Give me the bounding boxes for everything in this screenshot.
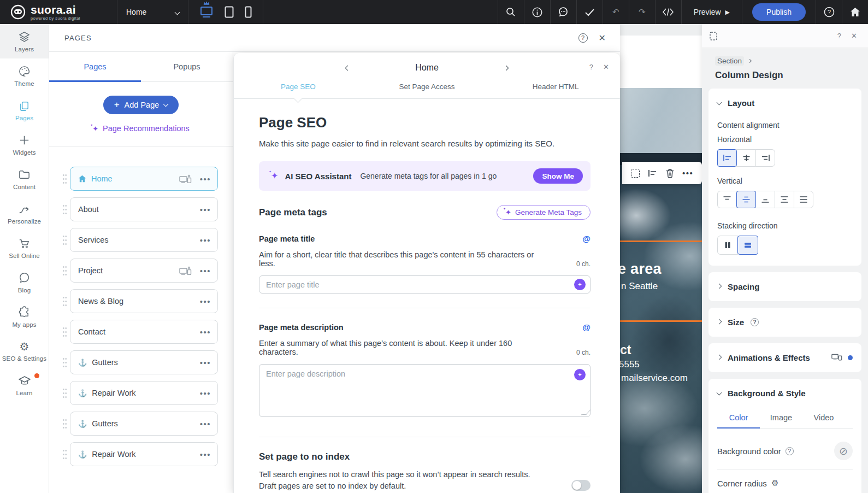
align-center-horizontal-button[interactable]: [736, 149, 756, 167]
sidebar-item-sell-online[interactable]: Sell Online: [0, 231, 49, 265]
page-selector-dropdown[interactable]: Home: [117, 0, 188, 24]
page-card-home[interactable]: Home •••: [70, 167, 218, 191]
stack-columns-button[interactable]: [717, 236, 738, 255]
stretch-button[interactable]: [794, 191, 813, 208]
page-card-project[interactable]: Project •••: [70, 259, 218, 283]
stack-rows-button[interactable]: [737, 236, 758, 255]
selection-icon[interactable]: [631, 169, 640, 178]
sidebar-item-pages[interactable]: Pages: [0, 93, 49, 127]
sidebar-item-personalize[interactable]: Personalize: [0, 196, 49, 231]
tablet-icon[interactable]: [225, 6, 234, 18]
desktop-icon[interactable]: [199, 6, 214, 18]
page-recommendations-link[interactable]: ✦ Page Recommendations: [92, 124, 190, 133]
tab-image[interactable]: Image: [760, 408, 802, 428]
page-menu-icon[interactable]: •••: [197, 327, 211, 337]
drag-handle[interactable]: [62, 265, 67, 276]
page-card-gutters-2[interactable]: ⚓ Gutters •••: [70, 412, 218, 436]
preview-button[interactable]: Preview ▶: [681, 0, 742, 24]
page-card-gutters[interactable]: ⚓ Gutters •••: [70, 350, 218, 374]
more-icon[interactable]: •••: [682, 168, 693, 178]
layout-section-header[interactable]: Layout: [717, 96, 853, 110]
drag-handle[interactable]: [62, 357, 67, 368]
tab-set-page-access[interactable]: Set Page Access: [363, 83, 492, 98]
page-menu-icon[interactable]: •••: [197, 297, 211, 306]
mobile-icon[interactable]: [245, 6, 252, 18]
code-icon[interactable]: [655, 0, 681, 24]
no-index-toggle[interactable]: [571, 480, 591, 491]
page-menu-icon[interactable]: •••: [197, 450, 211, 459]
sidebar-item-layers[interactable]: Layers: [0, 24, 49, 58]
drag-handle[interactable]: [62, 296, 67, 307]
animations-section-header[interactable]: Animations & Effects: [717, 351, 853, 365]
align-bottom-button[interactable]: [755, 191, 775, 208]
add-page-button[interactable]: + Add Page: [103, 96, 179, 114]
page-menu-icon[interactable]: •••: [197, 174, 211, 184]
page-menu-icon[interactable]: •••: [197, 205, 211, 214]
page-menu-icon[interactable]: •••: [197, 236, 211, 245]
spacing-section-header[interactable]: Spacing: [717, 280, 853, 294]
meta-title-input[interactable]: [259, 275, 591, 294]
connect-data-icon[interactable]: @: [582, 322, 591, 332]
align-top-button[interactable]: [717, 191, 737, 208]
redo-icon[interactable]: ↷: [629, 0, 655, 24]
publish-button[interactable]: Publish: [752, 3, 806, 21]
size-help-icon[interactable]: ?: [751, 318, 759, 326]
show-me-button[interactable]: Show Me: [533, 168, 583, 184]
sidebar-item-content[interactable]: Content: [0, 162, 49, 196]
drag-handle[interactable]: [62, 234, 67, 245]
page-card-repair-work[interactable]: ⚓ Repair Work •••: [70, 381, 218, 405]
next-page-icon[interactable]: [503, 65, 509, 71]
corner-radius-gear-icon[interactable]: ⚙: [771, 478, 778, 488]
size-section-header[interactable]: Size ?: [717, 315, 853, 329]
page-menu-icon[interactable]: •••: [197, 358, 211, 367]
page-card-repair-work-2[interactable]: ⚓ Repair Work •••: [70, 442, 218, 466]
sidebar-item-blog[interactable]: Blog: [0, 265, 49, 300]
background-section-header[interactable]: Background & Style: [717, 386, 853, 400]
tab-video[interactable]: Video: [802, 408, 845, 428]
page-card-about[interactable]: About •••: [70, 197, 218, 221]
modal-close-icon[interactable]: ✕: [603, 63, 609, 71]
page-card-services[interactable]: Services •••: [70, 228, 218, 252]
search-icon[interactable]: [498, 0, 524, 24]
panel-close-icon[interactable]: ✕: [599, 33, 606, 43]
tab-color[interactable]: Color: [717, 408, 760, 428]
page-menu-icon[interactable]: •••: [197, 389, 211, 398]
tab-header-html[interactable]: Header HTML: [491, 83, 620, 98]
space-between-button[interactable]: [775, 191, 794, 208]
page-menu-icon[interactable]: •••: [197, 419, 211, 429]
device-view-icon[interactable]: [710, 32, 717, 40]
prev-page-icon[interactable]: [345, 65, 351, 71]
page-card-news-blog[interactable]: News & Blog •••: [70, 289, 218, 313]
ai-generate-icon[interactable]: ✦: [574, 279, 586, 290]
background-color-help-icon[interactable]: ?: [786, 447, 794, 455]
panel-help-icon[interactable]: ?: [578, 33, 588, 43]
meta-description-textarea[interactable]: [259, 364, 591, 417]
page-card-contact[interactable]: Contact •••: [70, 320, 218, 344]
no-color-swatch[interactable]: ⊘: [834, 442, 853, 460]
breadcrumb[interactable]: Section: [715, 56, 751, 66]
align-left-button[interactable]: [717, 149, 737, 167]
tab-pages[interactable]: Pages: [49, 52, 141, 81]
comments-icon[interactable]: [550, 0, 576, 24]
panel-close-icon[interactable]: ✕: [851, 32, 857, 40]
page-menu-icon[interactable]: •••: [197, 266, 211, 275]
panel-help-icon[interactable]: ?: [837, 32, 841, 40]
home-icon[interactable]: [842, 0, 868, 24]
align-right-button[interactable]: [755, 149, 775, 167]
help-icon[interactable]: ?: [816, 0, 842, 24]
check-icon[interactable]: [576, 0, 603, 24]
drag-handle[interactable]: [62, 449, 67, 460]
generate-meta-tags-button[interactable]: ✦ Generate Meta Tags: [497, 205, 591, 220]
drag-handle[interactable]: [62, 173, 67, 184]
ai-generate-icon[interactable]: ✦: [574, 369, 586, 380]
sidebar-item-seo-settings[interactable]: ⚙ SEO & Settings: [0, 334, 49, 368]
sidebar-item-learn[interactable]: Learn: [0, 368, 49, 403]
drag-handle[interactable]: [62, 388, 67, 398]
trash-icon[interactable]: [666, 169, 674, 178]
connect-data-icon[interactable]: @: [582, 234, 591, 243]
align-icon[interactable]: [648, 169, 657, 177]
undo-icon[interactable]: ↶: [603, 0, 629, 24]
tab-popups[interactable]: Popups: [141, 52, 233, 81]
info-icon[interactable]: [524, 0, 550, 24]
modal-help-icon[interactable]: ?: [589, 63, 593, 71]
